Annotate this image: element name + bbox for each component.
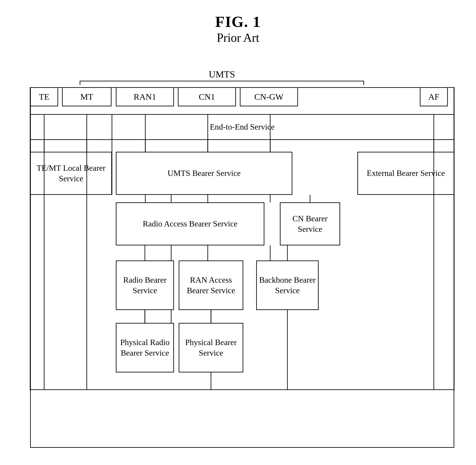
fig-subtitle: Prior Art [0,31,476,44]
col-mt: MT [62,87,112,106]
external-bearer-label: External Bearer Service [367,168,445,179]
umts-bracket [80,81,364,85]
external-bearer-box: External Bearer Service [357,152,454,195]
cn-bearer-label: CN Bearer Service [281,213,339,235]
backbone-bearer-label: Backbone Bearer Service [257,275,318,296]
ran-access-bearer-box: RAN Access Bearer Service [179,261,243,310]
backbone-bearer-box: Backbone Bearer Service [256,261,319,310]
temt-local-box: TE/MT Local Bearer Service [30,152,112,195]
radio-bearer-box: Radio Bearer Service [116,261,174,310]
fig-title: FIG. 1 [0,13,476,31]
umts-bearer-label: UMTS Bearer Service [168,168,241,179]
temt-local-label: TE/MT Local Bearer Service [31,163,111,184]
physical-radio-bearer-label: Physical Radio Bearer Service [116,337,173,359]
cn-bearer-box: CN Bearer Service [280,202,340,245]
physical-bearer-box: Physical Bearer Service [179,323,243,372]
radio-access-bearer-box: Radio Access Bearer Service [116,202,264,245]
col-ran1: RAN1 [116,87,174,106]
ran-access-bearer-label: RAN Access Bearer Service [179,275,243,296]
radio-access-bearer-label: Radio Access Bearer Service [143,219,237,229]
physical-bearer-label: Physical Bearer Service [179,337,243,359]
col-te: TE [30,87,58,106]
diagram-area: UMTS TE MT RAN1 CN1 CN-GW AF End-to-End … [21,56,455,452]
end-to-end-box: End-to-End Service [30,114,454,140]
radio-bearer-label: Radio Bearer Service [116,275,173,296]
col-cn1: CN1 [178,87,236,106]
umts-label: UMTS [80,69,364,80]
col-af: AF [420,87,448,106]
umts-bearer-box: UMTS Bearer Service [116,152,292,195]
col-cngw: CN-GW [240,87,298,106]
end-to-end-label: End-to-End Service [210,122,275,132]
physical-radio-bearer-box: Physical Radio Bearer Service [116,323,174,372]
